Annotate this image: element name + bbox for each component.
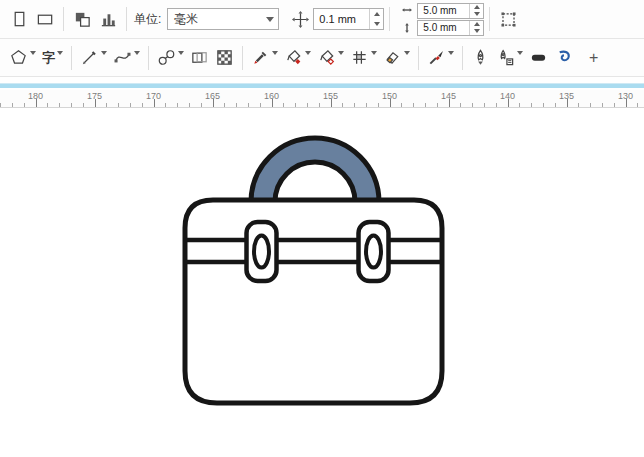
duplicate-x-input[interactable] [418, 2, 469, 20]
eyedropper-tool-button[interactable] [248, 43, 281, 73]
blend-tool-button[interactable] [154, 43, 187, 73]
bounding-box-icon [499, 10, 518, 29]
flyout-arrow-icon[interactable] [404, 55, 410, 73]
page-portrait-button[interactable] [6, 4, 32, 34]
nudge-distance-input[interactable] [314, 10, 369, 28]
paint-bucket-red-icon [284, 48, 303, 67]
ruler-tick [614, 103, 615, 107]
briefcase-clasp-left[interactable] [247, 222, 277, 281]
capsule-tool-button[interactable] [526, 43, 551, 73]
transparency-tool-button[interactable] [187, 43, 212, 73]
paintbrush-tool-button[interactable] [424, 43, 457, 73]
ruler-tick [0, 103, 1, 107]
ruler-tick [531, 103, 532, 107]
flyout-arrow-icon[interactable] [101, 55, 107, 73]
ruler-tick [118, 103, 119, 107]
ruler-tick [213, 99, 214, 107]
ruler-tick [295, 103, 296, 107]
ruler-tick [637, 103, 638, 107]
flyout-arrow-icon[interactable] [448, 55, 454, 73]
nudge-distance-button [287, 4, 313, 34]
flyout-arrow-icon[interactable] [338, 55, 344, 73]
briefcase-object[interactable] [0, 108, 644, 457]
transparency-squares-icon [190, 48, 209, 67]
freehand-tool-button[interactable] [77, 43, 110, 73]
ruler-tick [236, 103, 237, 107]
mesh-fill-tool-button[interactable] [347, 43, 380, 73]
cascade-pages-button[interactable] [69, 4, 95, 34]
spinner-up-icon[interactable] [470, 4, 483, 11]
ruler-tick [543, 103, 544, 107]
duplicate-distance-y-icon [401, 22, 413, 34]
flyout-arrow-icon[interactable] [178, 55, 184, 73]
duplicate-y-input[interactable] [418, 19, 469, 37]
nudge-distance-icon [291, 10, 310, 29]
ruler-tick [177, 103, 178, 107]
bar-chart-button[interactable] [95, 4, 121, 34]
blend-circles-icon [157, 48, 176, 67]
ruler-tick [307, 103, 308, 107]
ruler-tick [354, 103, 355, 107]
spinner-down-icon[interactable] [470, 11, 483, 18]
spinner-up-icon[interactable] [370, 9, 383, 19]
ruler-tick [626, 99, 627, 107]
duplicate-distance-inputs [417, 3, 484, 36]
bounding-box-button[interactable] [495, 4, 521, 34]
more-tools-button[interactable]: + [582, 43, 605, 73]
ruler-tick [83, 103, 84, 107]
ruler-tick [95, 99, 96, 107]
smart-fill-tool-button[interactable] [281, 43, 314, 73]
ruler-tick [272, 99, 273, 107]
flyout-arrow-icon[interactable] [371, 55, 377, 73]
chevron-down-icon[interactable] [261, 9, 278, 29]
ruler-tick [165, 103, 166, 107]
nudge-distance-input-group [313, 8, 384, 30]
ruler-tick [47, 103, 48, 107]
pattern-fill-button[interactable] [212, 43, 237, 73]
spinner-up-icon[interactable] [470, 21, 483, 28]
bezier-tool-button[interactable] [110, 43, 143, 73]
separator [418, 46, 419, 70]
ruler-tick [508, 99, 509, 107]
ruler-tick [36, 99, 37, 107]
ruler-tick [71, 103, 72, 107]
duplicate-x-spinner [469, 4, 483, 18]
ruler-tick [413, 103, 414, 107]
polygon-tool-button[interactable] [6, 43, 39, 73]
separator [242, 46, 243, 70]
application-window: 单位: 毫米 [0, 0, 644, 457]
duplicate-distance-x-icon [401, 4, 413, 16]
briefcase-body[interactable] [185, 200, 442, 403]
separator [462, 46, 463, 70]
units-label: 单位: [134, 11, 161, 28]
hook-curve-tool-button[interactable] [551, 43, 576, 73]
paint-bucket-outline-icon [317, 48, 336, 67]
flyout-arrow-icon[interactable] [134, 55, 140, 73]
calligraphy-pen-tool-button[interactable] [493, 43, 526, 73]
spinner-down-icon[interactable] [470, 28, 483, 35]
flyout-arrow-icon[interactable] [30, 55, 36, 73]
fill-tool-button[interactable] [314, 43, 347, 73]
units-select[interactable]: 毫米 [167, 8, 279, 30]
flyout-arrow-icon[interactable] [57, 55, 63, 73]
separator [63, 7, 64, 31]
horizontal-ruler[interactable]: 180175170165160155150145140135130 [0, 90, 644, 108]
ruler-tick [24, 103, 25, 107]
briefcase-clasp-right[interactable] [359, 222, 389, 281]
drawing-canvas[interactable] [0, 108, 644, 457]
page-landscape-button[interactable] [32, 4, 58, 34]
duplicate-y-spinner [469, 21, 483, 35]
page-portrait-icon [10, 10, 29, 29]
ruler-tick [390, 99, 391, 107]
ruler-tick [201, 103, 202, 107]
flyout-arrow-icon[interactable] [517, 55, 523, 73]
flyout-arrow-icon[interactable] [272, 55, 278, 73]
ruler-tick [401, 103, 402, 107]
briefcase-handle[interactable] [251, 138, 379, 202]
spinner-down-icon[interactable] [370, 19, 383, 29]
pen-nib-tool-button[interactable] [468, 43, 493, 73]
eraser-tool-button[interactable] [380, 43, 413, 73]
ruler-tick [590, 103, 591, 107]
flyout-arrow-icon[interactable] [305, 55, 311, 73]
text-tool-button[interactable]: 字 [39, 43, 66, 73]
